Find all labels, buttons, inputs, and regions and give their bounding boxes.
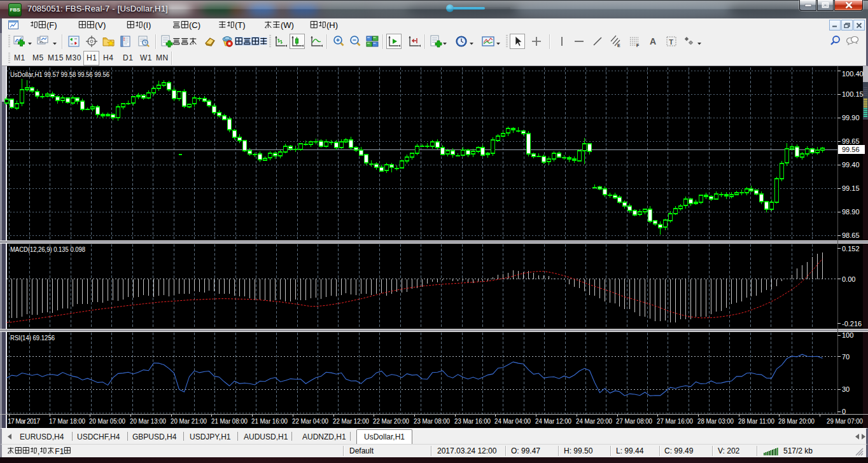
svg-text:20 Mar 13:00: 20 Mar 13:00	[130, 417, 166, 425]
svg-text:21 Mar 16:00: 21 Mar 16:00	[251, 417, 288, 425]
svg-text:17 Mar 2017: 17 Mar 2017	[8, 417, 40, 425]
svg-text:0: 0	[842, 408, 846, 415]
svg-text:22 Mar 20:00: 22 Mar 20:00	[373, 417, 409, 425]
svg-text:99.56: 99.56	[842, 146, 860, 153]
svg-text:F: F	[636, 43, 640, 48]
svg-text:0.152: 0.152	[842, 245, 860, 252]
svg-text:20 Mar 21:00: 20 Mar 21:00	[171, 417, 207, 425]
svg-text:22 Mar 12:00: 22 Mar 12:00	[333, 417, 369, 425]
svg-text:24 Mar 12:00: 24 Mar 12:00	[535, 417, 571, 425]
svg-text:-0.216: -0.216	[842, 320, 862, 328]
svg-text:E: E	[617, 43, 620, 48]
svg-text:23 Mar 16:00: 23 Mar 16:00	[454, 417, 491, 425]
svg-text:A: A	[650, 36, 656, 46]
svg-text:23 Mar 08:00: 23 Mar 08:00	[414, 417, 450, 425]
svg-text:100: 100	[842, 331, 853, 339]
svg-text:24 Mar 20:00: 24 Mar 20:00	[576, 417, 612, 425]
svg-text:30: 30	[842, 385, 850, 393]
svg-text:UsDollar,H1 99.57 99.58 99.56: UsDollar,H1 99.57 99.58 99.56 99.56	[10, 71, 109, 78]
svg-text:98.65: 98.65	[842, 232, 860, 239]
svg-text:99.90: 99.90	[842, 114, 860, 121]
svg-text:24 Mar 04:00: 24 Mar 04:00	[494, 417, 531, 425]
svg-text:MACD(12,26,9) 0.135 0.098: MACD(12,26,9) 0.135 0.098	[10, 245, 85, 253]
svg-text:70: 70	[842, 353, 850, 361]
svg-text:98.90: 98.90	[842, 208, 860, 216]
svg-text:99.65: 99.65	[842, 137, 860, 145]
svg-text:20 Mar 05:00: 20 Mar 05:00	[89, 417, 125, 425]
svg-text:29 Mar 07:00: 29 Mar 07:00	[827, 417, 863, 425]
svg-text:28 Mar 20:00: 28 Mar 20:00	[778, 417, 815, 425]
svg-text:99.40: 99.40	[842, 161, 860, 169]
svg-text:T: T	[669, 38, 673, 46]
svg-text:0.00: 0.00	[842, 275, 855, 283]
svg-text:22 Mar 04:00: 22 Mar 04:00	[292, 417, 328, 425]
svg-text:RSI(14) 69.1256: RSI(14) 69.1256	[10, 334, 55, 342]
svg-text:28 Mar 11:00: 28 Mar 11:00	[738, 417, 774, 425]
svg-text:100.40: 100.40	[842, 70, 864, 78]
svg-text:17 Mar 18:00: 17 Mar 18:00	[49, 417, 85, 425]
svg-text:21 Mar 08:00: 21 Mar 08:00	[211, 417, 248, 425]
svg-text:27 Mar 08:00: 27 Mar 08:00	[616, 417, 652, 425]
svg-text:99.15: 99.15	[842, 184, 860, 192]
svg-text:27 Mar 16:00: 27 Mar 16:00	[657, 417, 693, 425]
svg-text:100.15: 100.15	[842, 90, 864, 98]
svg-text:28 Mar 03:00: 28 Mar 03:00	[697, 417, 734, 425]
